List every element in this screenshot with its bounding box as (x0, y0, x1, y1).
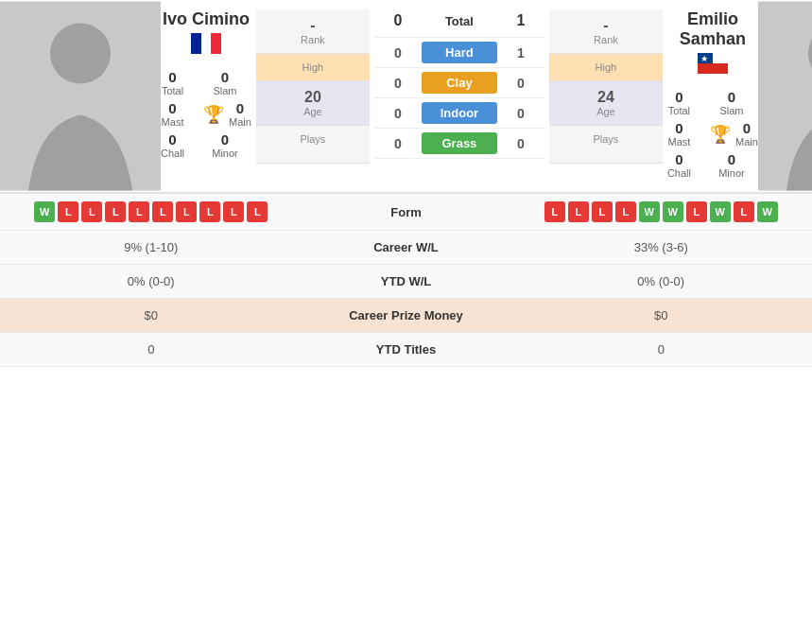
form-badge-l: L (568, 201, 589, 222)
right-stat-total: 0 Total (667, 89, 691, 116)
left-player-info: Ivo Cimino 0 Total 0 Slam (161, 0, 251, 192)
left-card-age: 20 Age (256, 81, 370, 126)
form-badge-l: L (615, 201, 636, 222)
right-form-badges: LLLLWWLWLW (510, 194, 813, 230)
form-badge-l: L (176, 201, 197, 222)
career-wl-row: 9% (1-10) Career W/L 33% (3-6) (0, 231, 812, 265)
right-card-rank: - Rank (549, 9, 663, 54)
form-badge-l: L (58, 201, 78, 222)
bottom-stats: WLLLLLLLLL Form LLLLWWLWLW 9% (1-10) Car… (0, 192, 812, 367)
center-scores: 0 Total 1 0Hard10Clay00Indoor00Grass0 (374, 0, 544, 192)
left-card-high: High (256, 54, 370, 81)
form-badge-l: L (81, 201, 102, 222)
left-stat-minor: 0 Minor (199, 131, 251, 159)
form-badge-l: L (544, 201, 565, 222)
left-career-wl: 9% (1-10) (0, 233, 302, 262)
form-badge-w: W (34, 201, 55, 222)
left-player-name: Ivo Cimino (163, 9, 250, 29)
court-rows: 0Hard10Clay00Indoor00Grass0 (374, 38, 544, 159)
form-badge-l: L (129, 201, 149, 222)
left-card-rank: - Rank (256, 9, 370, 54)
left-stat-total: 0 Total (161, 69, 184, 96)
prize-row: $0 Career Prize Money $0 (0, 299, 812, 333)
form-label: Form (302, 198, 510, 227)
form-badge-l: L (105, 201, 126, 222)
right-career-wl: 33% (3-6) (510, 233, 813, 262)
form-badge-l: L (686, 201, 707, 222)
right-stats-grid: 0 Total 0 Slam 0 Mast 🏆 0 Main (667, 89, 758, 179)
right-stat-slam: 0 Slam (705, 89, 758, 116)
right-trophy-icon: 🏆 (710, 124, 731, 145)
left-stat-slam: 0 Slam (199, 69, 251, 96)
left-stat-main: 0 Main (229, 100, 251, 128)
right-card: - Rank High 24 Age Plays (549, 9, 663, 192)
left-ytd-wl: 0% (0-0) (0, 267, 302, 296)
left-card: - Rank High 20 Age Plays (256, 9, 370, 192)
form-badge-w: W (710, 201, 731, 222)
court-row-clay: 0Clay0 (374, 68, 544, 98)
right-card-age: 24 Age (549, 81, 663, 126)
right-player-info: Emilio Samhan 0 Total 0 S (667, 0, 758, 192)
form-badge-l: L (734, 201, 754, 222)
form-badge-l: L (152, 201, 173, 222)
right-stat-minor: 0 Minor (705, 151, 758, 179)
form-badge-l: L (223, 201, 244, 222)
right-prize: $0 (510, 301, 813, 330)
svg-rect-4 (211, 33, 221, 54)
main-container: Ivo Cimino 0 Total 0 Slam (0, 0, 812, 367)
right-titles: 0 (510, 335, 813, 364)
form-badge-w: W (663, 201, 683, 222)
form-row: WLLLLLLLLL Form LLLLWWLWLW (0, 194, 812, 231)
left-player-photo (0, 0, 161, 192)
court-row-grass: 0Grass0 (374, 129, 544, 159)
left-trophy: 🏆 0 Main (199, 100, 251, 128)
form-badge-w: W (757, 201, 778, 222)
left-trophy-icon: 🏆 (203, 104, 224, 125)
ytd-wl-row: 0% (0-0) YTD W/L 0% (0-0) (0, 265, 812, 299)
form-badge-w: W (639, 201, 660, 222)
titles-row: 0 YTD Titles 0 (0, 333, 812, 367)
right-trophy: 🏆 0 Main (705, 120, 758, 148)
svg-point-1 (50, 24, 111, 84)
form-badge-l: L (247, 201, 268, 222)
ytd-wl-label: YTD W/L (302, 267, 510, 296)
left-stats-grid: 0 Total 0 Slam 0 Mast 🏆 0 Main (161, 69, 251, 159)
right-stat-mast: 0 Mast (667, 120, 691, 148)
right-card-high: High (549, 54, 663, 81)
total-row: 0 Total 1 (374, 5, 544, 38)
prize-label: Career Prize Money (302, 301, 510, 330)
career-wl-label: Career W/L (302, 233, 510, 262)
svg-rect-6 (698, 63, 728, 74)
titles-label: YTD Titles (302, 335, 510, 364)
right-ytd-wl: 0% (0-0) (510, 267, 813, 296)
left-flag (191, 33, 221, 57)
form-badge-l: L (592, 201, 613, 222)
right-stat-main: 0 Main (735, 120, 758, 148)
left-titles: 0 (0, 335, 302, 364)
court-row-indoor: 0Indoor0 (374, 98, 544, 129)
court-row-hard: 0Hard1 (374, 38, 544, 68)
right-flag (698, 53, 728, 77)
svg-rect-3 (191, 33, 201, 54)
left-form-badges: WLLLLLLLLL (0, 194, 302, 230)
right-player-name: Emilio Samhan (667, 9, 758, 49)
left-stat-chall: 0 Chall (161, 131, 184, 159)
left-stat-mast: 0 Mast (161, 100, 184, 128)
left-card-plays: Plays (256, 126, 370, 164)
right-player-photo (758, 0, 812, 192)
right-stat-chall: 0 Chall (667, 151, 691, 179)
right-card-plays: Plays (549, 126, 663, 164)
form-badge-l: L (199, 201, 220, 222)
top-half: Ivo Cimino 0 Total 0 Slam (0, 0, 812, 192)
left-prize: $0 (0, 301, 302, 330)
